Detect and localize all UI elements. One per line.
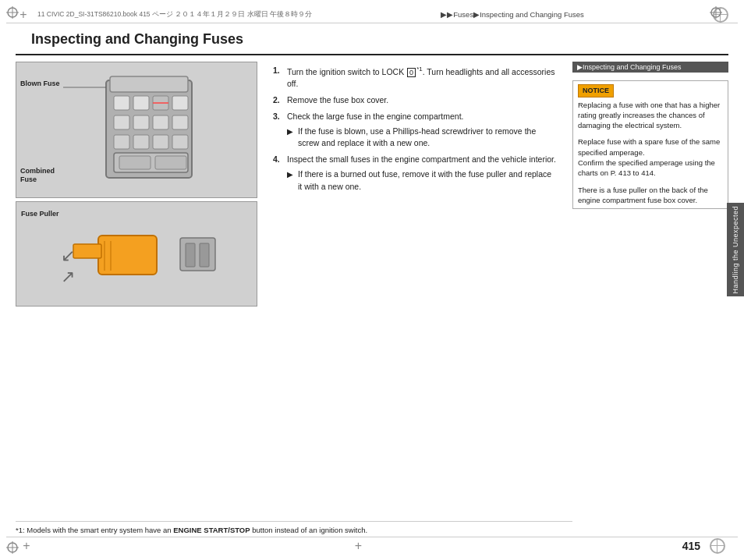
- footer-bar: 415: [6, 537, 738, 554]
- arrow-right-icon-2: ▶: [287, 168, 295, 193]
- arrow-right-icon: ▶: [287, 126, 295, 151]
- fuse-puller-label: Fuse Puller: [21, 210, 59, 218]
- footnote-bold: ENGINE START/STOP: [173, 526, 250, 534]
- content-area: Blown Fuse Combined Fuse: [6, 55, 738, 537]
- footnote-prefix: *1: Models with the smart entry system h…: [16, 526, 173, 534]
- footnote-ref: *1: [416, 66, 423, 73]
- step-3-num: 3.: [273, 111, 284, 150]
- side-tab: Handling the Unexpected: [727, 203, 744, 296]
- right-column: ▶Inspecting and Changing Fuses NOTICE Re…: [572, 62, 728, 537]
- svg-rect-12: [133, 135, 149, 149]
- circle-bottomright: [710, 538, 725, 554]
- fuse-puller-diagram: ↙ ↗ Fuse Puller: [16, 202, 257, 306]
- side-tab-text: Handling the Unexpected: [732, 206, 739, 294]
- step-list: 1. Turn the ignition switch to LOCK 0*1.…: [273, 65, 557, 193]
- corner-tr: [710, 6, 722, 19]
- footnote-suffix: button instead of an ignition switch.: [250, 526, 368, 534]
- page-number: 415: [682, 540, 700, 552]
- step-1: 1. Turn the ignition switch to LOCK 0*1.…: [273, 65, 557, 90]
- svg-rect-3: [133, 96, 149, 110]
- page-title: Inspecting and Changing Fuses: [16, 23, 728, 55]
- left-column: Blown Fuse Combined Fuse: [16, 62, 257, 537]
- step-4-content: Inspect the small fuses in the engine co…: [287, 154, 557, 193]
- corner-bl: [6, 541, 19, 554]
- step-3: 3. Check the large fuse in the engine co…: [273, 111, 557, 150]
- svg-rect-11: [114, 135, 129, 149]
- steps-column: 1. Turn the ignition switch to LOCK 0*1.…: [267, 62, 563, 537]
- step-3-sub: ▶ If the fuse is blown, use a Phillips-h…: [287, 126, 557, 151]
- svg-rect-5: [172, 96, 188, 110]
- fuse-diagram-box: Blown Fuse Combined Fuse: [16, 62, 257, 198]
- svg-rect-20: [73, 244, 101, 258]
- svg-rect-2: [114, 96, 129, 110]
- svg-rect-14: [172, 135, 188, 149]
- crosshair-bottomleft: [19, 538, 34, 554]
- combined-fuse-label: Combined Fuse: [20, 167, 55, 185]
- step-4-num: 4.: [273, 154, 284, 193]
- fuse-box-svg: [63, 69, 219, 190]
- svg-rect-10: [172, 115, 188, 129]
- fuse-puller-svg: ↙ ↗: [51, 208, 239, 302]
- step-3-content: Check the large fuse in the engine compa…: [287, 111, 557, 150]
- header-book-info: 11 CIVIC 2D_SI-31TS86210.book 415 ページ ２０…: [37, 10, 312, 19]
- fuse-puller-box: ↙ ↗ Fuse Puller: [16, 201, 257, 307]
- header-bar: 11 CIVIC 2D_SI-31TS86210.book 415 ページ ２０…: [6, 6, 738, 23]
- crosshair-bottomcenter: [350, 538, 366, 554]
- svg-rect-7: [114, 115, 129, 129]
- notice-header: ▶Inspecting and Changing Fuses: [572, 62, 728, 73]
- svg-rect-25: [200, 243, 209, 267]
- svg-rect-19: [98, 236, 157, 275]
- svg-rect-8: [133, 115, 149, 129]
- fuse-diagram: Blown Fuse Combined Fuse: [16, 62, 257, 197]
- step-4: 4. Inspect the small fuses in the engine…: [273, 154, 557, 193]
- corner-tl: [6, 6, 19, 19]
- svg-text:↗: ↗: [61, 267, 75, 286]
- notice-body: Replacing a fuse with one that has a hig…: [578, 100, 723, 131]
- svg-rect-16: [119, 156, 151, 169]
- svg-text:↙: ↙: [61, 246, 75, 265]
- step-2-num: 2.: [273, 94, 284, 107]
- step-1-content: Turn the ignition switch to LOCK 0*1. Tu…: [287, 65, 557, 90]
- step-4-sub-text: If there is a burned out fuse, remove it…: [298, 168, 557, 193]
- main-content: Inspecting and Changing Fuses: [6, 23, 738, 537]
- blown-fuse-label: Blown Fuse: [20, 80, 60, 87]
- svg-rect-17: [155, 156, 186, 169]
- svg-rect-1: [110, 76, 188, 92]
- step-1-num: 1.: [273, 65, 284, 90]
- step-2-content: Remove the fuse box cover.: [287, 94, 557, 107]
- notice-section: NOTICE Replacing a fuse with one that ha…: [572, 80, 728, 209]
- footer-note: *1: Models with the smart entry system h…: [16, 521, 572, 535]
- step-4-sub: ▶ If there is a burned out fuse, remove …: [287, 168, 557, 193]
- notice-extra2: There is a fuse puller on the back of th…: [578, 185, 723, 206]
- notice-extra1: Replace fuse with a spare fuse of the sa…: [578, 136, 723, 178]
- svg-rect-24: [186, 243, 195, 267]
- lock-symbol: 0: [407, 68, 416, 78]
- svg-rect-13: [153, 135, 168, 149]
- step-3-sub-text: If the fuse is blown, use a Phillips-hea…: [298, 126, 557, 151]
- svg-rect-9: [153, 115, 168, 129]
- step-2: 2. Remove the fuse box cover.: [273, 94, 557, 107]
- notice-label: NOTICE: [578, 84, 614, 97]
- breadcrumb: ▶▶Fuses▶Inspecting and Changing Fuses: [441, 10, 584, 19]
